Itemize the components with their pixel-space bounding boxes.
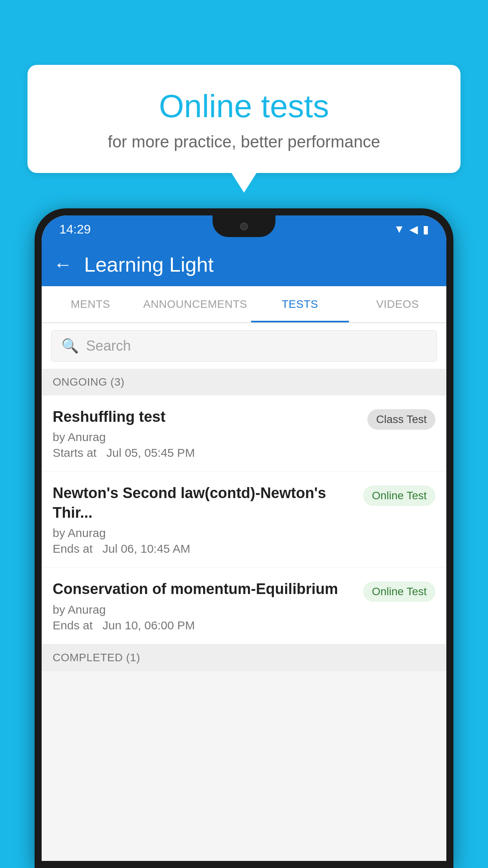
phone-outer: 14:29 ▼ ◀ ▮ ← Learning Light MENTS ANNOU… bbox=[35, 208, 453, 868]
tab-announcements[interactable]: ANNOUNCEMENTS bbox=[139, 286, 251, 322]
search-icon: 🔍 bbox=[61, 338, 79, 354]
completed-section-header: COMPLETED (1) bbox=[42, 644, 446, 671]
test-title-1: Reshuffling test bbox=[53, 407, 360, 427]
tab-tests[interactable]: TESTS bbox=[251, 286, 349, 322]
test-time-3: Ends at Jun 10, 06:00 PM bbox=[53, 619, 355, 632]
test-badge-2: Online Test bbox=[363, 485, 435, 506]
tabs-container: MENTS ANNOUNCEMENTS TESTS VIDEOS bbox=[42, 286, 446, 323]
search-placeholder: Search bbox=[86, 338, 131, 354]
test-info-2: Newton's Second law(contd)-Newton's Thir… bbox=[53, 484, 363, 555]
tab-videos[interactable]: VIDEOS bbox=[349, 286, 446, 322]
bubble-title: Online tests bbox=[47, 88, 441, 124]
test-time-value-1: Jul 05, 05:45 PM bbox=[106, 446, 195, 459]
test-badge-1: Class Test bbox=[367, 409, 435, 430]
app-bar-title: Learning Light bbox=[84, 253, 214, 276]
test-time-2: Ends at Jul 06, 10:45 AM bbox=[53, 542, 355, 555]
tab-ments[interactable]: MENTS bbox=[42, 286, 139, 322]
test-item-1[interactable]: Reshuffling test by Anurag Starts at Jul… bbox=[42, 395, 446, 472]
ongoing-section-header: ONGOING (3) bbox=[42, 369, 446, 395]
test-time-label-3: Ends at bbox=[53, 619, 93, 632]
app-bar: ← Learning Light bbox=[42, 243, 446, 286]
test-time-label-1: Starts at bbox=[53, 446, 97, 459]
search-bar[interactable]: 🔍 Search bbox=[51, 330, 437, 362]
test-author-1: by Anurag bbox=[53, 430, 360, 444]
status-bar: 14:29 ▼ ◀ ▮ bbox=[42, 215, 446, 243]
battery-icon: ▮ bbox=[423, 223, 429, 236]
content-list: Reshuffling test by Anurag Starts at Jul… bbox=[42, 395, 446, 671]
test-badge-3: Online Test bbox=[363, 581, 435, 602]
phone-inner: 14:29 ▼ ◀ ▮ ← Learning Light MENTS ANNOU… bbox=[42, 215, 446, 861]
test-item-3[interactable]: Conservation of momentum-Equilibrium by … bbox=[42, 568, 446, 644]
speech-bubble-container: Online tests for more practice, better p… bbox=[28, 65, 460, 173]
status-time: 14:29 bbox=[59, 222, 91, 237]
search-container: 🔍 Search bbox=[42, 323, 446, 369]
speech-bubble: Online tests for more practice, better p… bbox=[28, 65, 460, 173]
test-time-value-2: Jul 06, 10:45 AM bbox=[103, 542, 190, 555]
test-time-1: Starts at Jul 05, 05:45 PM bbox=[53, 446, 360, 460]
test-title-2: Newton's Second law(contd)-Newton's Thir… bbox=[53, 484, 355, 522]
status-icons: ▼ ◀ ▮ bbox=[394, 223, 429, 236]
camera-dot bbox=[240, 223, 248, 230]
test-author-2: by Anurag bbox=[53, 526, 355, 540]
test-time-value-3: Jun 10, 06:00 PM bbox=[103, 619, 195, 632]
bubble-subtitle: for more practice, better performance bbox=[47, 132, 441, 151]
back-button[interactable]: ← bbox=[53, 255, 72, 274]
test-info-1: Reshuffling test by Anurag Starts at Jul… bbox=[53, 407, 367, 460]
signal-icon: ◀ bbox=[409, 223, 418, 236]
test-info-3: Conservation of momentum-Equilibrium by … bbox=[53, 579, 363, 632]
test-item-2[interactable]: Newton's Second law(contd)-Newton's Thir… bbox=[42, 472, 446, 568]
test-title-3: Conservation of momentum-Equilibrium bbox=[53, 579, 355, 599]
wifi-icon: ▼ bbox=[394, 223, 405, 235]
test-author-3: by Anurag bbox=[53, 603, 355, 616]
notch bbox=[213, 215, 275, 237]
test-time-label-2: Ends at bbox=[53, 542, 93, 555]
